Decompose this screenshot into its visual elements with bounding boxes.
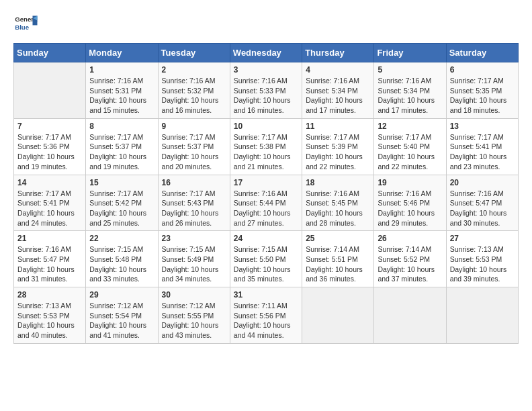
calendar-cell: 14Sunrise: 7:17 AM Sunset: 5:41 PM Dayli… bbox=[14, 175, 86, 231]
day-number: 6 bbox=[450, 65, 515, 75]
calendar-cell: 22Sunrise: 7:15 AM Sunset: 5:48 PM Dayli… bbox=[86, 231, 158, 287]
page-header: General Blue bbox=[13, 13, 519, 32]
day-number: 10 bbox=[234, 122, 298, 131]
day-info: Sunrise: 7:16 AM Sunset: 5:46 PM Dayligh… bbox=[378, 189, 442, 228]
day-info: Sunrise: 7:16 AM Sunset: 5:33 PM Dayligh… bbox=[234, 76, 298, 116]
calendar-cell: 5Sunrise: 7:16 AM Sunset: 5:34 PM Daylig… bbox=[374, 62, 446, 119]
calendar-table: SundayMondayTuesdayWednesdayThursdayFrid… bbox=[13, 43, 519, 344]
calendar-cell bbox=[446, 287, 518, 344]
day-info: Sunrise: 7:17 AM Sunset: 5:42 PM Dayligh… bbox=[89, 189, 154, 228]
day-info: Sunrise: 7:12 AM Sunset: 5:55 PM Dayligh… bbox=[162, 301, 226, 340]
day-number: 2 bbox=[162, 65, 226, 75]
day-info: Sunrise: 7:17 AM Sunset: 5:37 PM Dayligh… bbox=[162, 132, 226, 172]
calendar-cell bbox=[14, 62, 86, 119]
day-number: 14 bbox=[17, 178, 82, 187]
header-saturday: Saturday bbox=[446, 44, 518, 62]
header-sunday: Sunday bbox=[14, 44, 86, 62]
day-number: 22 bbox=[89, 234, 154, 243]
day-info: Sunrise: 7:16 AM Sunset: 5:34 PM Dayligh… bbox=[378, 76, 442, 116]
day-info: Sunrise: 7:17 AM Sunset: 5:43 PM Dayligh… bbox=[162, 189, 226, 228]
header-thursday: Thursday bbox=[302, 44, 374, 62]
day-number: 31 bbox=[234, 290, 298, 300]
week-row-5: 28Sunrise: 7:13 AM Sunset: 5:53 PM Dayli… bbox=[14, 287, 519, 344]
calendar-cell: 27Sunrise: 7:13 AM Sunset: 5:53 PM Dayli… bbox=[446, 231, 518, 287]
day-info: Sunrise: 7:16 AM Sunset: 5:47 PM Dayligh… bbox=[450, 189, 515, 228]
calendar-cell: 26Sunrise: 7:14 AM Sunset: 5:52 PM Dayli… bbox=[374, 231, 446, 287]
day-info: Sunrise: 7:16 AM Sunset: 5:31 PM Dayligh… bbox=[89, 76, 154, 116]
day-number: 7 bbox=[17, 122, 82, 131]
day-info: Sunrise: 7:15 AM Sunset: 5:49 PM Dayligh… bbox=[162, 244, 226, 284]
day-number: 29 bbox=[89, 290, 154, 300]
day-info: Sunrise: 7:17 AM Sunset: 5:36 PM Dayligh… bbox=[17, 132, 82, 172]
day-number: 27 bbox=[450, 234, 515, 243]
calendar-cell: 25Sunrise: 7:14 AM Sunset: 5:51 PM Dayli… bbox=[302, 231, 374, 287]
day-number: 20 bbox=[450, 178, 515, 187]
day-info: Sunrise: 7:17 AM Sunset: 5:37 PM Dayligh… bbox=[89, 132, 154, 172]
day-info: Sunrise: 7:17 AM Sunset: 5:40 PM Dayligh… bbox=[378, 132, 442, 172]
week-row-4: 21Sunrise: 7:16 AM Sunset: 5:47 PM Dayli… bbox=[14, 231, 519, 287]
day-number: 9 bbox=[162, 122, 226, 131]
calendar-cell: 9Sunrise: 7:17 AM Sunset: 5:37 PM Daylig… bbox=[158, 118, 230, 175]
calendar-cell bbox=[302, 287, 374, 344]
day-number: 11 bbox=[306, 122, 370, 131]
day-info: Sunrise: 7:16 AM Sunset: 5:34 PM Dayligh… bbox=[306, 76, 370, 116]
calendar-cell: 4Sunrise: 7:16 AM Sunset: 5:34 PM Daylig… bbox=[302, 62, 374, 119]
calendar-cell: 30Sunrise: 7:12 AM Sunset: 5:55 PM Dayli… bbox=[158, 287, 230, 344]
calendar-cell: 18Sunrise: 7:16 AM Sunset: 5:45 PM Dayli… bbox=[302, 175, 374, 231]
day-number: 13 bbox=[450, 122, 515, 131]
calendar-cell: 11Sunrise: 7:17 AM Sunset: 5:39 PM Dayli… bbox=[302, 118, 374, 175]
day-number: 23 bbox=[162, 234, 226, 243]
day-number: 8 bbox=[89, 122, 154, 131]
calendar-cell: 28Sunrise: 7:13 AM Sunset: 5:53 PM Dayli… bbox=[14, 287, 86, 344]
calendar-cell: 16Sunrise: 7:17 AM Sunset: 5:43 PM Dayli… bbox=[158, 175, 230, 231]
day-number: 5 bbox=[378, 65, 442, 75]
week-row-2: 7Sunrise: 7:17 AM Sunset: 5:36 PM Daylig… bbox=[14, 118, 519, 175]
calendar-cell: 8Sunrise: 7:17 AM Sunset: 5:37 PM Daylig… bbox=[86, 118, 158, 175]
week-row-3: 14Sunrise: 7:17 AM Sunset: 5:41 PM Dayli… bbox=[14, 175, 519, 231]
calendar-cell: 20Sunrise: 7:16 AM Sunset: 5:47 PM Dayli… bbox=[446, 175, 518, 231]
day-number: 1 bbox=[89, 65, 154, 75]
calendar-cell: 21Sunrise: 7:16 AM Sunset: 5:47 PM Dayli… bbox=[14, 231, 86, 287]
calendar-cell: 7Sunrise: 7:17 AM Sunset: 5:36 PM Daylig… bbox=[14, 118, 86, 175]
header-row: SundayMondayTuesdayWednesdayThursdayFrid… bbox=[14, 44, 519, 62]
day-number: 28 bbox=[17, 290, 82, 300]
day-info: Sunrise: 7:13 AM Sunset: 5:53 PM Dayligh… bbox=[450, 244, 515, 284]
day-number: 24 bbox=[234, 234, 298, 243]
day-info: Sunrise: 7:16 AM Sunset: 5:45 PM Dayligh… bbox=[306, 189, 370, 228]
day-number: 16 bbox=[162, 178, 226, 187]
calendar-cell: 13Sunrise: 7:17 AM Sunset: 5:41 PM Dayli… bbox=[446, 118, 518, 175]
calendar-cell: 23Sunrise: 7:15 AM Sunset: 5:49 PM Dayli… bbox=[158, 231, 230, 287]
day-number: 15 bbox=[89, 178, 154, 187]
header-friday: Friday bbox=[374, 44, 446, 62]
header-monday: Monday bbox=[86, 44, 158, 62]
svg-text:Blue: Blue bbox=[15, 24, 29, 31]
day-info: Sunrise: 7:16 AM Sunset: 5:32 PM Dayligh… bbox=[162, 76, 226, 116]
header-wednesday: Wednesday bbox=[230, 44, 302, 62]
header-tuesday: Tuesday bbox=[158, 44, 230, 62]
day-info: Sunrise: 7:17 AM Sunset: 5:38 PM Dayligh… bbox=[234, 132, 298, 172]
day-info: Sunrise: 7:15 AM Sunset: 5:50 PM Dayligh… bbox=[234, 244, 298, 284]
calendar-cell: 29Sunrise: 7:12 AM Sunset: 5:54 PM Dayli… bbox=[86, 287, 158, 344]
calendar-cell: 1Sunrise: 7:16 AM Sunset: 5:31 PM Daylig… bbox=[86, 62, 158, 119]
day-number: 4 bbox=[306, 65, 370, 75]
calendar-cell: 12Sunrise: 7:17 AM Sunset: 5:40 PM Dayli… bbox=[374, 118, 446, 175]
calendar-cell bbox=[374, 287, 446, 344]
calendar-cell: 24Sunrise: 7:15 AM Sunset: 5:50 PM Dayli… bbox=[230, 231, 302, 287]
day-number: 25 bbox=[306, 234, 370, 243]
calendar-cell: 6Sunrise: 7:17 AM Sunset: 5:35 PM Daylig… bbox=[446, 62, 518, 119]
day-info: Sunrise: 7:17 AM Sunset: 5:35 PM Dayligh… bbox=[450, 76, 515, 116]
calendar-cell: 31Sunrise: 7:11 AM Sunset: 5:56 PM Dayli… bbox=[230, 287, 302, 344]
day-number: 21 bbox=[17, 234, 82, 243]
day-number: 17 bbox=[234, 178, 298, 187]
calendar-cell: 17Sunrise: 7:16 AM Sunset: 5:44 PM Dayli… bbox=[230, 175, 302, 231]
day-info: Sunrise: 7:17 AM Sunset: 5:41 PM Dayligh… bbox=[17, 189, 82, 228]
day-info: Sunrise: 7:16 AM Sunset: 5:47 PM Dayligh… bbox=[17, 244, 82, 284]
week-row-1: 1Sunrise: 7:16 AM Sunset: 5:31 PM Daylig… bbox=[14, 62, 519, 119]
day-info: Sunrise: 7:17 AM Sunset: 5:39 PM Dayligh… bbox=[306, 132, 370, 172]
logo: General Blue bbox=[13, 13, 38, 32]
day-number: 12 bbox=[378, 122, 442, 131]
day-info: Sunrise: 7:11 AM Sunset: 5:56 PM Dayligh… bbox=[234, 301, 298, 340]
day-info: Sunrise: 7:14 AM Sunset: 5:52 PM Dayligh… bbox=[378, 244, 442, 284]
calendar-cell: 19Sunrise: 7:16 AM Sunset: 5:46 PM Dayli… bbox=[374, 175, 446, 231]
calendar-cell: 3Sunrise: 7:16 AM Sunset: 5:33 PM Daylig… bbox=[230, 62, 302, 119]
